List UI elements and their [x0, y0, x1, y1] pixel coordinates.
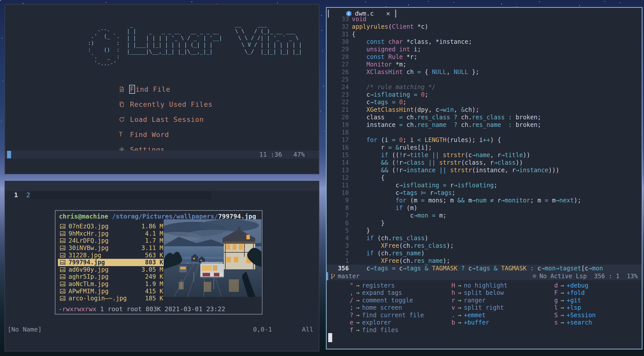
line-number: 21	[327, 106, 352, 113]
menu-item-load-last-session[interactable]: Load Last Session	[119, 112, 260, 127]
file-row[interactable]: 31228.jpg 563 K	[58, 252, 166, 259]
binding-key: s	[550, 319, 558, 326]
arrow-icon: →	[458, 282, 461, 289]
code-line: 32applyrules(Client *c)	[327, 23, 642, 30]
file-row[interactable]: 799794.jpg 803 K	[58, 259, 166, 266]
statusline-accent	[327, 272, 328, 280]
image-icon	[60, 296, 67, 301]
svg-text:C: C	[348, 12, 350, 16]
code-text: && (!r→instance || strstr(instance, r→in…	[352, 167, 559, 174]
code-area[interactable]: 33void32applyrules(Client *c)31{30 const…	[327, 15, 642, 272]
file-row[interactable]: 30iNVBw.jpg3.11 M	[58, 244, 166, 252]
file-row[interactable]: APwFMIM.jpg 415 K	[58, 288, 166, 295]
image-icon	[60, 260, 67, 265]
line-number: 14	[327, 159, 352, 166]
file-row[interactable]: 24LrDFQ.jpg 1.7 M	[58, 237, 166, 244]
file-row[interactable]: aoNcTLm.jpg 1.9 M	[58, 280, 166, 288]
code-text: for (m = mons; m && m→num ≠ r→monitor; m…	[352, 197, 581, 204]
code-text: XFree(ch.res_class);	[352, 242, 454, 249]
code-text: c→tags = c→tags & TAGMASK ? c→tags & TAG…	[352, 265, 603, 272]
letter-t-icon: T	[119, 131, 130, 138]
code-text: c→tags ⊨ r→tags;	[352, 189, 455, 196]
statusline-time-percent: 11 :36 47%	[259, 151, 305, 159]
whichkey-binding: S→+Session	[550, 311, 596, 319]
code-text: const Rule *r;	[352, 53, 417, 60]
line-number: 25	[327, 76, 352, 83]
code-text: c→isfloating = r→isfloating;	[352, 182, 497, 189]
binding-key: F	[550, 289, 558, 296]
code-text: c→isfloating = 0;	[352, 91, 428, 98]
dashboard-menu: Find FileRecently Used FilesLoad Last Se…	[119, 82, 260, 157]
image-icon	[60, 281, 67, 287]
file-size: 1.9 M	[141, 280, 166, 288]
file-row[interactable]: aghr5Ip.jpg 249 K	[58, 273, 166, 280]
whichkey-binding: "→registers	[346, 282, 424, 289]
binding-label: +search	[566, 319, 592, 326]
file-size: 803 K	[141, 259, 166, 266]
vim-statusline: [No Name] 0,0-1 All	[5, 325, 319, 334]
file-permissions-line: -rwxrwxrwx 1 root root 803K 2021-03-01 2…	[58, 305, 225, 313]
file-row[interactable]: 9hMxcHr.jpg 4.1 M	[58, 230, 166, 237]
line-number: 10	[327, 189, 352, 196]
image-icon	[60, 245, 67, 251]
line-number: 6	[327, 220, 352, 227]
code-line: 8 if (m)	[327, 204, 642, 212]
binding-label: split below	[464, 289, 504, 296]
file-name: aoNcTLm.jpg	[69, 280, 141, 288]
binding-label: split right	[464, 304, 504, 311]
file-name: aghr5Ip.jpg	[69, 273, 141, 280]
line-number: 7	[327, 212, 352, 219]
arrow-icon: →	[560, 312, 564, 319]
lunarvim-ascii-art: _ __ ___ | | _ _ _ __ __ _ _ __ \ \ / (_…	[127, 21, 302, 67]
menu-item-find-word[interactable]: TFind Word	[119, 127, 260, 142]
menu-item-label: Recently Used Files	[130, 100, 213, 108]
menu-item-find-file[interactable]: Find File	[119, 82, 260, 97]
code-line: 25	[327, 76, 642, 83]
code-text: {	[352, 174, 385, 181]
whichkey-binding: H→no highlight	[448, 282, 507, 289]
menu-item-label: Find Word	[130, 131, 169, 138]
window-lunarvim-dashboard: .--. .' (_ `. :) : : () : `. _ : `-...-'…	[5, 4, 319, 174]
menu-item-recently-used-files[interactable]: Recently Used Files	[119, 97, 260, 112]
file-name: APwFMIM.jpg	[69, 288, 141, 295]
line-number: 20	[327, 114, 352, 121]
window-file-browser: 2t///s/P//2/h/c/.l/s/n/s/p/p/s/r/r/s/Pic…	[5, 181, 319, 351]
file-row[interactable]: ad6v90y.jpg3.05 M	[58, 266, 166, 273]
file-size: 1.7 M	[141, 237, 166, 244]
line-number: 12	[327, 174, 352, 181]
file-name: 9hMxcHr.jpg	[69, 230, 141, 237]
whichkey-binding: h→split below	[448, 289, 507, 297]
line-number: 1	[14, 191, 18, 199]
code-line: 1 XFree(ch.res_name);	[327, 257, 642, 265]
code-line: 27 Monitor *m;	[327, 61, 642, 68]
file-row[interactable]: 07nEzQ3.jpg1.86 M	[58, 223, 166, 230]
line-number: 16	[327, 144, 352, 151]
code-text: instance = ch.res_name ? ch.res_name : b…	[352, 121, 541, 128]
file-name: 07nEzQ3.jpg	[69, 223, 141, 230]
binding-label: +Session	[566, 312, 596, 319]
line-number: 11	[327, 182, 352, 189]
git-branch-icon	[330, 273, 336, 280]
dashboard-cursor: F	[129, 85, 135, 94]
whichkey-binding: g→+git	[550, 297, 596, 304]
file-row[interactable]: arco-login—~.jpg185 K	[58, 295, 166, 302]
line-number: 24	[327, 84, 352, 91]
binding-label: +fold	[566, 289, 585, 296]
dashboard-statusline: 11 :36 47%	[5, 151, 319, 159]
line-number: 30	[327, 38, 352, 45]
whichkey-binding: f→find files	[346, 326, 424, 334]
whichkey-column-3: d→+debugF→+foldg→+gitl→+lspS→+Sessions→+…	[550, 282, 596, 326]
code-text: unsigned int i;	[352, 46, 421, 53]
code-line: 20 class = ch.res_class ? ch.res_class :…	[327, 114, 642, 121]
arrow-icon: →	[356, 289, 359, 296]
code-text: && (!r→class || strstr(class, r→class))	[352, 159, 523, 166]
file-list[interactable]: 07nEzQ3.jpg1.86 M9hMxcHr.jpg 4.1 M24LrDF…	[58, 223, 166, 302]
binding-label: home screen	[362, 304, 402, 311]
binding-key: .	[448, 312, 455, 319]
cursor-position: 0,0-1	[253, 325, 272, 334]
binding-key: g	[550, 297, 558, 304]
code-line: 26 XClassHint ch = { NULL, NULL };	[327, 68, 642, 76]
binding-label: +git	[566, 297, 581, 304]
code-line: 5 }	[327, 227, 642, 234]
wallpaper-preview-image	[164, 219, 261, 297]
